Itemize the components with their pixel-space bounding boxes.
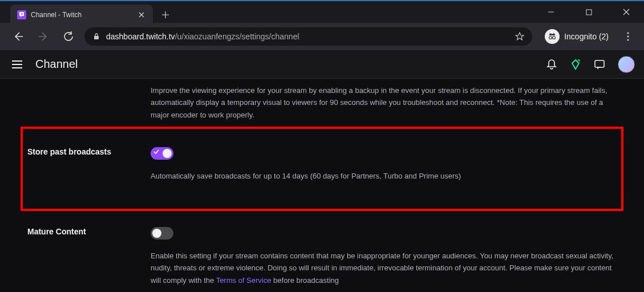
incognito-label: Incognito (2) — [564, 32, 609, 41]
svg-rect-0 — [586, 10, 592, 15]
store-past-broadcasts-setting: Store past broadcasts Automatically save… — [27, 139, 617, 190]
avatar[interactable] — [618, 56, 635, 73]
back-button[interactable] — [9, 27, 27, 46]
highlight-annotation: Store past broadcasts Automatically save… — [21, 127, 623, 210]
mature-content-description: Enable this setting if your stream conta… — [151, 250, 617, 286]
reload-button[interactable] — [59, 27, 78, 46]
mature-content-setting: Mature Content Enable this setting if yo… — [27, 213, 617, 292]
mature-content-toggle[interactable] — [151, 227, 173, 240]
forward-button[interactable] — [34, 27, 52, 46]
store-past-broadcasts-label: Store past broadcasts — [27, 147, 151, 156]
bits-gem-icon[interactable] — [570, 59, 581, 70]
settings-content: Improve the viewing experience for your … — [0, 79, 644, 292]
window-maximize-button[interactable] — [576, 3, 602, 21]
svg-point-2 — [549, 36, 552, 39]
store-past-broadcasts-description: Automatically save broadcasts for up to … — [151, 170, 617, 182]
url-text: dashboard.twitch.tv/u/xiaozuanfengzs/set… — [106, 32, 509, 41]
page-title: Channel — [35, 58, 78, 71]
whispers-chat-icon[interactable] — [594, 59, 605, 70]
incognito-icon — [545, 29, 560, 44]
window-close-button[interactable] — [613, 3, 639, 21]
close-icon[interactable] — [137, 10, 146, 19]
mature-content-label: Mature Content — [27, 227, 151, 236]
new-tab-button[interactable] — [157, 7, 173, 23]
disconnect-protection-description: Improve the viewing experience for your … — [151, 84, 617, 121]
svg-point-5 — [627, 35, 629, 37]
twitch-favicon-icon — [17, 10, 26, 19]
svg-point-3 — [553, 36, 556, 39]
svg-point-6 — [627, 39, 629, 40]
checkmark-icon — [153, 149, 159, 155]
lock-icon — [92, 33, 100, 40]
svg-point-4 — [627, 32, 629, 34]
browser-tab[interactable]: Channel - Twitch — [10, 5, 153, 25]
browser-toolbar: dashboard.twitch.tv/u/xiaozuanfengzs/set… — [0, 23, 644, 50]
window-minimize-button[interactable] — [538, 3, 564, 21]
store-past-broadcasts-toggle[interactable] — [151, 147, 173, 160]
incognito-indicator[interactable]: Incognito (2) — [539, 27, 614, 46]
terms-of-service-link[interactable]: Terms of Service — [216, 276, 272, 285]
svg-rect-7 — [595, 60, 604, 67]
hamburger-menu-icon[interactable] — [9, 56, 25, 72]
bookmark-star-icon[interactable] — [515, 32, 524, 41]
address-bar[interactable]: dashboard.twitch.tv/u/xiaozuanfengzs/set… — [84, 27, 532, 46]
tab-title: Channel - Twitch — [31, 11, 132, 19]
svg-rect-1 — [94, 36, 99, 39]
browser-menu-button[interactable] — [621, 32, 635, 41]
notifications-bell-icon[interactable] — [546, 59, 557, 70]
window-titlebar: Channel - Twitch — [0, 0, 644, 23]
twitch-appbar: Channel — [0, 50, 644, 79]
